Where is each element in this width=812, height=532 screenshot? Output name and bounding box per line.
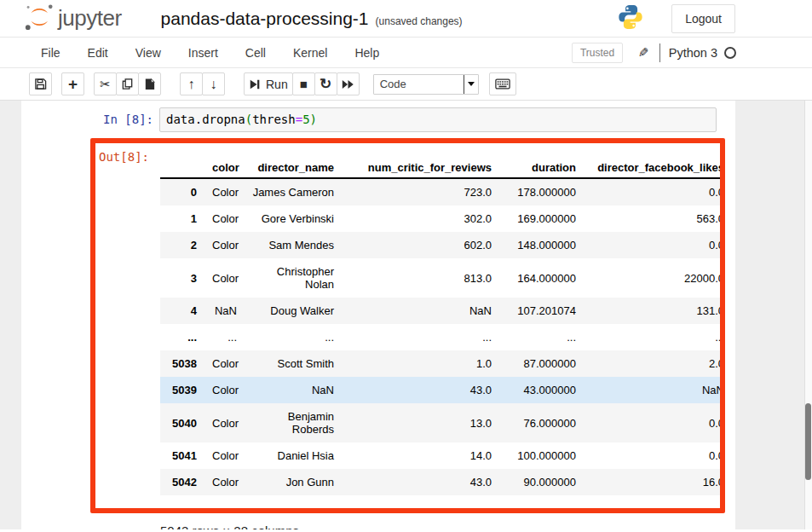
arrow-down-icon: ↓ <box>210 78 217 91</box>
table-cell: Color <box>204 377 245 403</box>
row-index-cell: 0 <box>160 178 204 205</box>
table-cell: 2.0 <box>584 350 720 377</box>
code-token: thresh <box>252 113 296 126</box>
arrow-up-icon: ↑ <box>188 78 195 91</box>
code-token: ( <box>245 113 252 126</box>
table-cell: 723.0 <box>342 178 499 205</box>
notebook-container: In [8]: data.dropna(thresh=5) Out[8]: co… <box>21 101 735 529</box>
row-index-cell: 5040 <box>160 403 204 442</box>
table-row: 5042ColorJon Gunn43.090.00000016.0 <box>160 469 720 495</box>
cell-type-dropdown[interactable]: Code <box>373 74 479 95</box>
vertical-scrollbar-thumb[interactable] <box>805 403 811 480</box>
table-cell: 0.0 <box>584 178 720 205</box>
table-cell: Color <box>204 350 245 377</box>
edit-mode-pencil-icon: ✎ <box>638 45 649 61</box>
table-row: 5040ColorBenjamin Roberds13.076.0000000.… <box>160 403 720 442</box>
vertical-scrollbar-track[interactable] <box>804 101 812 529</box>
save-button[interactable] <box>29 72 52 95</box>
row-index-cell: 5038 <box>160 350 204 377</box>
table-row: 0ColorJames Cameron723.0178.0000000.0 <box>160 178 720 205</box>
keyboard-icon <box>495 78 510 90</box>
code-editor[interactable]: data.dropna(thresh=5) <box>159 107 717 132</box>
table-row: 3ColorChristopher Nolan813.0164.00000022… <box>160 258 720 298</box>
table-cell: NaN <box>342 298 499 324</box>
jupyter-logo-text: jupyter <box>58 5 122 32</box>
scissors-icon: ✂ <box>100 78 111 90</box>
copy-icon <box>121 78 134 90</box>
menubar: File Edit View Insert Cell Kernel Help T… <box>0 38 812 68</box>
table-cell: 169.000000 <box>499 205 584 232</box>
jupyter-logo[interactable]: jupyter <box>24 2 122 36</box>
table-cell: Scott Smith <box>245 350 342 377</box>
table-cell: 43.0 <box>342 377 499 403</box>
menu-edit[interactable]: Edit <box>88 46 108 60</box>
code-token: 5 <box>302 113 309 126</box>
table-cell: NaN <box>204 298 245 324</box>
menu-kernel[interactable]: Kernel <box>293 46 327 60</box>
restart-run-all-button[interactable] <box>337 72 360 95</box>
menu-file[interactable]: File <box>41 46 60 60</box>
plus-icon: + <box>68 76 78 92</box>
menu-cell[interactable]: Cell <box>245 46 266 60</box>
table-cell: Color <box>204 403 245 442</box>
table-cell: Color <box>204 442 245 469</box>
table-cell: 43.0 <box>342 469 499 495</box>
app-header: jupyter pandas-data-processing-1 (unsave… <box>0 0 812 38</box>
interrupt-kernel-button[interactable]: ■ <box>292 72 315 95</box>
cut-cell-button[interactable]: ✂ <box>94 72 117 95</box>
jupyter-logo-icon <box>24 2 55 36</box>
row-index-cell: 5039 <box>160 377 204 403</box>
code-cell-input: In [8]: data.dropna(thresh=5) <box>21 107 735 132</box>
table-cell: ... <box>204 324 245 350</box>
table-cell: 602.0 <box>342 232 499 258</box>
table-cell: NaN <box>584 377 720 403</box>
command-palette-button[interactable] <box>489 72 516 95</box>
table-cell: ... <box>584 324 720 350</box>
table-row: 5039ColorNaN43.043.000000NaN <box>160 377 720 403</box>
move-cell-down-button[interactable]: ↓ <box>202 72 225 95</box>
menu-help[interactable]: Help <box>354 46 379 60</box>
copy-cell-button[interactable] <box>116 72 139 95</box>
table-cell: 302.0 <box>342 205 499 232</box>
table-cell: 1.0 <box>342 350 499 377</box>
table-cell: ... <box>499 324 584 350</box>
kernel-name: Python 3 <box>669 46 717 60</box>
toolbar: + ✂ ↑ ↓ <box>0 68 812 101</box>
insert-cell-button[interactable]: + <box>61 72 84 95</box>
fast-forward-icon <box>342 79 354 90</box>
output-area-highlight-box[interactable]: Out[8]: colordirector_namenum_critic_for… <box>90 138 725 513</box>
table-row: 2ColorSam Mendes602.0148.0000000.0 <box>160 232 720 258</box>
column-header: num_critic_for_reviews <box>342 158 499 178</box>
table-cell: 90.000000 <box>499 469 584 495</box>
table-cell: Sam Mendes <box>245 232 342 258</box>
code-token: ) <box>310 113 317 126</box>
paste-cell-button[interactable] <box>138 72 161 95</box>
output-prompt: Out[8]: <box>99 146 160 508</box>
move-cell-up-button[interactable]: ↑ <box>180 72 203 95</box>
table-cell: 0.0 <box>584 442 720 469</box>
table-cell: 76.000000 <box>499 403 584 442</box>
menu-insert[interactable]: Insert <box>188 46 218 60</box>
step-forward-icon <box>249 78 261 90</box>
table-cell: 178.000000 <box>499 178 584 205</box>
table-cell: 107.201074 <box>499 298 584 324</box>
logout-button[interactable]: Logout <box>671 4 735 33</box>
notebook-title[interactable]: pandas-data-processing-1 <box>161 9 369 29</box>
table-cell: 563.0 <box>584 205 720 232</box>
menu-view[interactable]: View <box>135 46 161 60</box>
column-header: director_name <box>245 158 342 178</box>
table-cell: ... <box>245 324 342 350</box>
dataframe-clip-region: colordirector_namenum_critic_for_reviews… <box>160 158 720 508</box>
restart-kernel-button[interactable]: ↻ <box>314 72 337 95</box>
run-cell-button[interactable]: Run <box>244 72 293 95</box>
table-cell: 87.000000 <box>499 350 584 377</box>
table-cell: 813.0 <box>342 258 499 298</box>
table-row: 1ColorGore Verbinski302.0169.000000563.0 <box>160 205 720 232</box>
table-cell: 43.000000 <box>499 377 584 403</box>
table-cell: Daniel Hsia <box>245 442 342 469</box>
row-index-cell: 4 <box>160 298 204 324</box>
table-cell: Color <box>204 258 245 298</box>
table-cell: 100.000000 <box>499 442 584 469</box>
column-header: duration <box>499 158 584 178</box>
chevron-down-icon <box>468 82 475 86</box>
